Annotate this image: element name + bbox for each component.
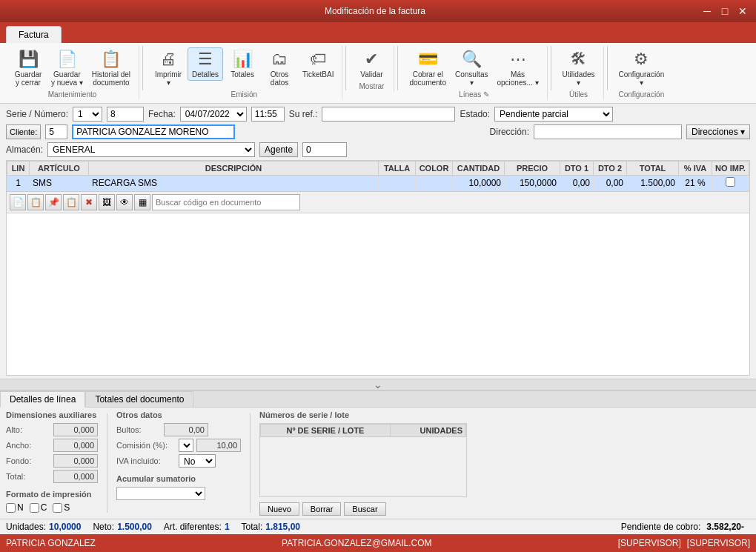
total-dim-label: Total: bbox=[6, 472, 50, 481]
almacen-label: Almacén: bbox=[6, 144, 43, 155]
historial-button[interactable]: 📋 Historial deldocumento bbox=[88, 47, 134, 89]
acumular-select[interactable] bbox=[116, 487, 205, 500]
serial-col2-header: UNIDADES bbox=[390, 425, 465, 437]
utilidades-button[interactable]: 🛠 Utilidades▾ bbox=[559, 47, 599, 89]
more-options-icon: ⋯ bbox=[510, 50, 526, 69]
ribbon-group-configuracion: ⚙ Configuración▾ Configuración bbox=[611, 46, 673, 100]
bottom-panel: Detalles de línea Totales del documento … bbox=[0, 390, 756, 534]
serie-label: Serie / Número: bbox=[6, 109, 68, 119]
maximize-button[interactable]: □ bbox=[717, 4, 732, 19]
ticketbai-button[interactable]: 🏷 TicketBAI bbox=[299, 47, 337, 81]
otros-datos-button[interactable]: 🗂 Otrosdatos bbox=[262, 47, 297, 89]
nuevo-serial-button[interactable]: Nuevo bbox=[259, 502, 299, 516]
iva-incluido-select[interactable]: No Sí bbox=[179, 454, 216, 468]
hora-input[interactable] bbox=[251, 107, 285, 122]
almacen-select[interactable]: GENERAL bbox=[47, 142, 255, 157]
acumular-title: Acumular sumatorio bbox=[116, 474, 241, 483]
configuracion-button[interactable]: ⚙ Configuración▾ bbox=[615, 47, 669, 89]
form-area: Serie / Número: 1 Fecha: 04/07/2022 Su r… bbox=[0, 104, 756, 160]
suref-label: Su ref.: bbox=[289, 109, 318, 119]
formato-n-label: N bbox=[6, 502, 24, 513]
guardar-cerrar-button[interactable]: 💾 Guardary cerrar bbox=[10, 47, 46, 89]
otros-datos-section: Otros datos Bultos: Comisión (%): % IVA … bbox=[116, 410, 241, 516]
col-dto2: DTO 2 bbox=[594, 162, 627, 176]
detalles-label: Detalles bbox=[192, 70, 219, 79]
history-icon: 📋 bbox=[101, 50, 121, 69]
barcode-button[interactable]: ▦ bbox=[134, 194, 150, 210]
utiles-label: Útiles bbox=[569, 90, 588, 99]
validar-button[interactable]: ✔ Validar bbox=[354, 47, 389, 81]
cell-dto1: 0,00 bbox=[560, 176, 594, 191]
art-diferentes-summary: Art. diferentes: 1 bbox=[164, 522, 230, 532]
total-dim-input[interactable] bbox=[53, 470, 98, 483]
emision-label: Emisión bbox=[231, 90, 257, 99]
cliente-dropdown-button[interactable]: Cliente: bbox=[6, 124, 41, 139]
guardar-nueva-button[interactable]: 📄 Guardary nueva ▾ bbox=[47, 47, 87, 89]
title-bar: Modificación de la factura ─ □ ✕ bbox=[0, 0, 756, 22]
serie-select[interactable]: 1 bbox=[73, 107, 102, 122]
detalles-button[interactable]: ☰ Detalles bbox=[188, 47, 223, 81]
agente-input[interactable] bbox=[302, 142, 347, 157]
summary-bar: Unidades: 10,0000 Neto: 1.500,00 Art. di… bbox=[0, 519, 756, 534]
title-bar-text: Modificación de la factura bbox=[50, 6, 700, 16]
cliente-id-input[interactable] bbox=[45, 124, 67, 139]
cell-lin: 1 bbox=[7, 176, 30, 191]
agente-button[interactable]: Agente bbox=[259, 142, 298, 157]
fecha-select[interactable]: 04/07/2022 bbox=[180, 107, 247, 122]
estado-label: Estado: bbox=[460, 109, 490, 119]
cliente-name-input[interactable] bbox=[72, 124, 235, 139]
splitter[interactable]: ⌄ bbox=[0, 379, 756, 390]
consultas-button[interactable]: 🔍 Consultas▾ bbox=[451, 47, 491, 89]
comision-type-select[interactable]: % bbox=[179, 439, 193, 452]
details-icon: ☰ bbox=[198, 50, 213, 69]
ancho-input[interactable] bbox=[53, 439, 98, 452]
line-toolbar: 📄 📋 📌 📋 ✖ 🖼 👁 ▦ bbox=[7, 191, 749, 213]
cobrar-button[interactable]: 💳 Cobrar eldocumento bbox=[405, 47, 449, 89]
table-header-row: LIN ARTÍCULO DESCRIPCIÓN TALLA COLOR CAN… bbox=[7, 162, 749, 176]
total-summary: Total: 1.815,00 bbox=[242, 522, 300, 532]
fondo-input[interactable] bbox=[53, 454, 98, 468]
tab-totales-documento[interactable]: Totales del documento bbox=[85, 391, 193, 407]
imprimir-button[interactable]: 🖨 Imprimir▾ bbox=[150, 47, 186, 89]
historial-label: Historial deldocumento bbox=[92, 70, 130, 87]
image-button[interactable]: 🖼 bbox=[99, 194, 115, 210]
bultos-input[interactable] bbox=[164, 423, 208, 436]
formato-title: Formato de impresión bbox=[6, 490, 98, 499]
copy-line-button[interactable]: 📋 bbox=[27, 194, 44, 210]
factura-tab[interactable]: Factura bbox=[6, 26, 62, 43]
table-row[interactable]: 1 SMS RECARGA SMS 10,0000 150,0000 0,00 … bbox=[7, 176, 749, 191]
direcciones-button[interactable]: Direcciones ▾ bbox=[686, 124, 750, 139]
tab-detalles-linea[interactable]: Detalles de línea bbox=[0, 391, 85, 408]
ancho-label: Ancho: bbox=[6, 441, 50, 450]
totales-button[interactable]: 📊 Totales bbox=[225, 47, 260, 81]
mas-opciones-label: Másopciones... ▾ bbox=[497, 70, 538, 87]
formato-c-checkbox[interactable] bbox=[30, 503, 39, 513]
noimp-checkbox[interactable] bbox=[726, 177, 735, 187]
minimize-button[interactable]: ─ bbox=[700, 4, 714, 19]
suref-input[interactable] bbox=[322, 107, 455, 122]
numero-input[interactable] bbox=[107, 107, 144, 122]
mas-opciones-button[interactable]: ⋯ Másopciones... ▾ bbox=[493, 47, 542, 89]
payment-icon: 💳 bbox=[418, 50, 438, 69]
formato-s-checkbox[interactable] bbox=[53, 503, 62, 513]
direccion-input[interactable] bbox=[534, 124, 682, 139]
pending-cobro-label: Pendiente de cobro: bbox=[621, 522, 700, 532]
estado-select[interactable]: Pendiente parcial bbox=[494, 107, 613, 122]
paste-line-button[interactable]: 📌 bbox=[45, 194, 62, 210]
comision-input[interactable] bbox=[196, 439, 241, 452]
paste-special-button[interactable]: 📋 bbox=[63, 194, 79, 210]
delete-line-button[interactable]: ✖ bbox=[81, 194, 97, 210]
form-row-1: Serie / Número: 1 Fecha: 04/07/2022 Su r… bbox=[6, 107, 750, 122]
alto-input[interactable] bbox=[53, 423, 98, 436]
cell-articulo: SMS bbox=[30, 176, 89, 191]
formato-n-checkbox[interactable] bbox=[6, 503, 16, 513]
preview-button[interactable]: 👁 bbox=[116, 194, 133, 210]
borrar-serial-button[interactable]: Borrar bbox=[302, 502, 342, 516]
close-button[interactable]: ✕ bbox=[735, 4, 750, 19]
search-code-input[interactable] bbox=[152, 194, 300, 210]
new-line-button[interactable]: 📄 bbox=[10, 194, 26, 210]
cell-cantidad: 10,0000 bbox=[453, 176, 505, 191]
buscar-serial-button[interactable]: Buscar bbox=[344, 502, 385, 516]
col-dto1: DTO 1 bbox=[560, 162, 594, 176]
direccion-label: Dirección: bbox=[490, 127, 529, 137]
